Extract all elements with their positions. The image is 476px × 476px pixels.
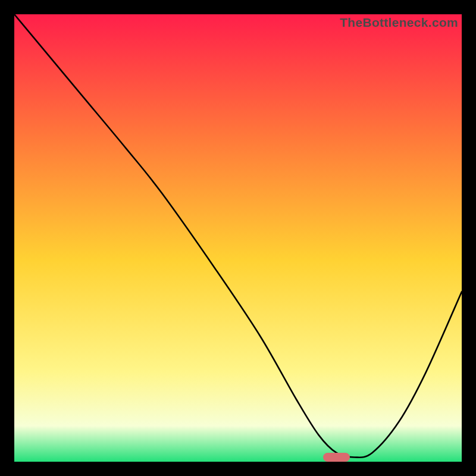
plot-area: TheBottleneck.com bbox=[14, 14, 462, 462]
bottleneck-curve bbox=[14, 14, 462, 462]
optimum-marker bbox=[323, 453, 350, 462]
watermark-text: TheBottleneck.com bbox=[340, 15, 458, 30]
chart-frame: TheBottleneck.com bbox=[0, 0, 476, 476]
